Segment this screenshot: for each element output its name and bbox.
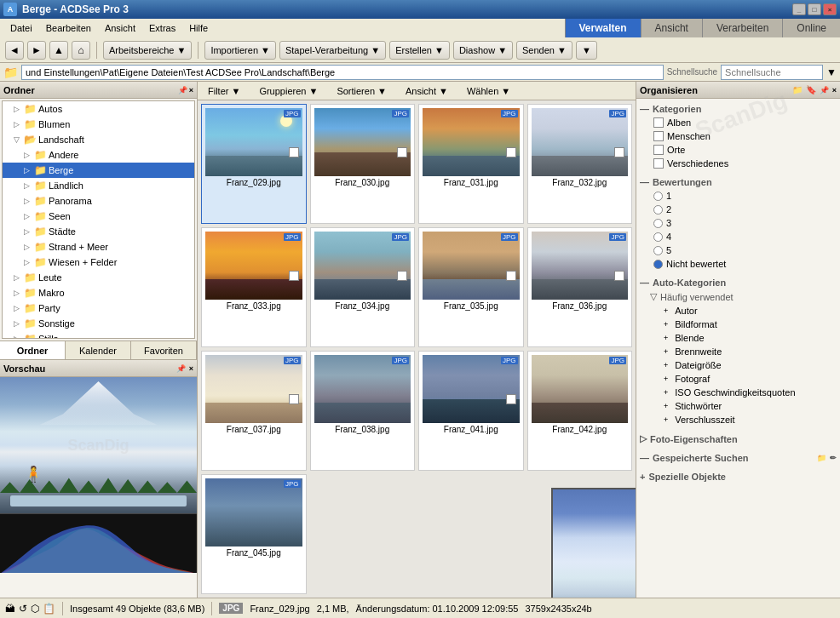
- pin-org-icon[interactable]: 📌: [820, 86, 829, 94]
- new-saved-search-icon[interactable]: 📁: [817, 454, 826, 462]
- thumb-item-4[interactable]: JPG Franz_033.jpg: [201, 227, 307, 347]
- thumb-item-9[interactable]: JPG Franz_038.jpg: [310, 351, 416, 471]
- tree-item-party[interactable]: ▷ 📁 Party: [3, 300, 194, 316]
- haeufig-verwendet-header[interactable]: ▽ Häufig verwendet: [640, 289, 837, 304]
- tree-item-leute[interactable]: ▷ 📁 Leute: [3, 270, 194, 285]
- org-item-nicht-bewertet[interactable]: Nicht bewertet: [640, 257, 837, 271]
- search-input[interactable]: [721, 65, 823, 80]
- ansicht-filter-button[interactable]: Ansicht ▼: [399, 84, 455, 98]
- menschen-checkbox[interactable]: [653, 131, 664, 141]
- org-item-verschiedenes[interactable]: Verschiedenes: [640, 157, 837, 170]
- nicht-bewertet-radio[interactable]: [653, 260, 663, 269]
- tree-item-makro[interactable]: ▷ 📁 Makro: [3, 285, 194, 300]
- bewertungen-header[interactable]: — Bewertungen: [640, 175, 837, 189]
- erstellen-button[interactable]: Erstellen ▼: [389, 41, 450, 60]
- up-button[interactable]: ▲: [49, 41, 68, 60]
- home-button[interactable]: ⌂: [72, 41, 90, 60]
- menu-ansicht[interactable]: Ansicht: [98, 21, 142, 35]
- tab-ansicht[interactable]: Ansicht: [641, 19, 702, 37]
- org-header-controls[interactable]: 📁 🔖 📌 ×: [792, 85, 837, 94]
- thumb-checkbox-10[interactable]: [506, 394, 516, 404]
- org-item-rating-5[interactable]: 5: [640, 243, 837, 257]
- thumb-item-0[interactable]: JPG Franz_029.jpg: [201, 104, 307, 224]
- org-item-dateigroesse[interactable]: + Dateigröße: [640, 358, 837, 372]
- rating-5-radio[interactable]: [653, 246, 663, 255]
- pin-icon[interactable]: 📌: [178, 86, 187, 94]
- rating-3-radio[interactable]: [653, 219, 663, 228]
- tree-item-andere[interactable]: ▷ 📁 Andere: [3, 147, 194, 163]
- thumb-item-11[interactable]: JPG Franz_042.jpg: [527, 351, 633, 471]
- maximize-button[interactable]: □: [808, 3, 821, 15]
- menu-hilfe[interactable]: Hilfe: [182, 21, 215, 35]
- org-item-rating-3[interactable]: 3: [640, 216, 837, 230]
- tab-verarbeiten[interactable]: Verarbeiten: [702, 19, 782, 37]
- tree-item-landschaft[interactable]: ▽ 📂 Landschaft: [3, 132, 194, 147]
- thumb-checkbox-6[interactable]: [506, 271, 516, 281]
- forward-button[interactable]: ►: [27, 41, 46, 60]
- tree-item-strand[interactable]: ▷ 📁 Strand + Meer: [3, 239, 194, 255]
- org-item-autor[interactable]: + Autor: [640, 304, 837, 318]
- thumb-checkbox-8[interactable]: [289, 394, 299, 404]
- tab-favoriten[interactable]: Favoriten: [131, 341, 197, 359]
- more-button[interactable]: ▼: [576, 41, 597, 60]
- thumb-checkbox-3[interactable]: [614, 147, 624, 157]
- preview-controls[interactable]: 📌 ×: [176, 364, 193, 373]
- org-icon-2[interactable]: 🔖: [806, 85, 816, 94]
- diashow-button[interactable]: Diashow ▼: [453, 41, 513, 60]
- thumb-item-8[interactable]: JPG Franz_037.jpg: [201, 351, 307, 471]
- senden-button[interactable]: Senden ▼: [516, 41, 572, 60]
- minimize-button[interactable]: _: [792, 3, 806, 15]
- org-item-blende[interactable]: + Blende: [640, 331, 837, 345]
- search-dropdown-button[interactable]: ▼: [826, 66, 837, 78]
- importieren-button[interactable]: Importieren ▼: [204, 41, 276, 60]
- tree-item-wiesen[interactable]: ▷ 📁 Wiesen + Felder: [3, 255, 194, 270]
- org-icon-1[interactable]: 📁: [792, 85, 803, 94]
- gespeicherte-suchen-header[interactable]: — Gespeicherte Suchen 📁 ✏: [640, 451, 837, 465]
- panel-close-icon[interactable]: ×: [189, 364, 193, 373]
- pin-icon[interactable]: 📌: [176, 364, 186, 373]
- org-item-stichwoerter[interactable]: + Stichwörter: [640, 399, 837, 413]
- thumb-item-3[interactable]: JPG Franz_032.jpg: [527, 104, 633, 224]
- tab-verwalten[interactable]: Verwalten: [565, 19, 641, 37]
- thumb-item-10[interactable]: JPG Franz_041.jpg: [418, 351, 524, 471]
- thumb-checkbox-1[interactable]: [397, 147, 407, 157]
- org-item-menschen[interactable]: Menschen: [640, 129, 837, 143]
- tree-item-stills[interactable]: ▷ 📁 Stills: [3, 331, 194, 339]
- menu-extras[interactable]: Extras: [142, 21, 182, 35]
- rating-4-radio[interactable]: [653, 232, 663, 242]
- verschiedenes-checkbox[interactable]: [653, 158, 664, 169]
- org-item-orte[interactable]: Orte: [640, 143, 837, 157]
- org-item-fotograf[interactable]: + Fotograf: [640, 372, 837, 386]
- thumb-checkbox-4[interactable]: [289, 271, 299, 281]
- tree-item-sonstige[interactable]: ▷ 📁 Sonstige: [3, 316, 194, 331]
- org-item-bildformat[interactable]: + Bildformat: [640, 318, 837, 331]
- thumb-item-6[interactable]: JPG Franz_035.jpg: [418, 227, 524, 347]
- org-item-iso[interactable]: + ISO Geschwindigkeitsquoten: [640, 386, 837, 399]
- tree-item-berge[interactable]: ▷ 📁 Berge: [3, 163, 194, 178]
- filter-button[interactable]: Filter ▼: [201, 84, 247, 98]
- tree-item-blumen[interactable]: ▷ 📁 Blumen: [3, 117, 194, 132]
- thumb-checkbox-2[interactable]: [506, 147, 516, 157]
- thumb-checkbox-5[interactable]: [397, 271, 407, 281]
- thumb-item-12[interactable]: JPG Franz_045.jpg: [201, 474, 307, 594]
- window-controls[interactable]: _ □ ×: [792, 3, 837, 15]
- auto-kategorien-header[interactable]: — Auto-Kategorien: [640, 276, 837, 289]
- org-close-icon[interactable]: ×: [832, 86, 837, 94]
- org-item-verschlusszeit[interactable]: + Verschlusszeit: [640, 413, 837, 426]
- close-button[interactable]: ×: [823, 3, 837, 15]
- thumb-item-2[interactable]: JPG Franz_031.jpg: [418, 104, 524, 224]
- foto-eigenschaften-header[interactable]: ▷ Foto-Eigenschaften: [640, 432, 837, 446]
- rating-1-radio[interactable]: [653, 192, 663, 201]
- tree-item-laendlich[interactable]: ▷ 📁 Ländlich: [3, 178, 194, 193]
- tab-ordner[interactable]: Ordner: [0, 341, 66, 359]
- tab-online[interactable]: Online: [782, 19, 840, 37]
- tree-item-panorama[interactable]: ▷ 📁 Panorama: [3, 193, 194, 209]
- arbeitsbereiche-button[interactable]: Arbeitsbereiche ▼: [103, 41, 192, 60]
- thumb-item-1[interactable]: JPG Franz_030.jpg: [310, 104, 416, 224]
- ordner-panel-controls[interactable]: 📌 ×: [178, 86, 193, 94]
- waehlen-button[interactable]: Wählen ▼: [460, 84, 517, 98]
- back-button[interactable]: ◄: [5, 41, 24, 60]
- menu-bearbeiten[interactable]: Bearbeiten: [39, 21, 98, 35]
- rating-2-radio[interactable]: [653, 205, 663, 215]
- kategorien-header[interactable]: — Kategorien: [640, 102, 837, 116]
